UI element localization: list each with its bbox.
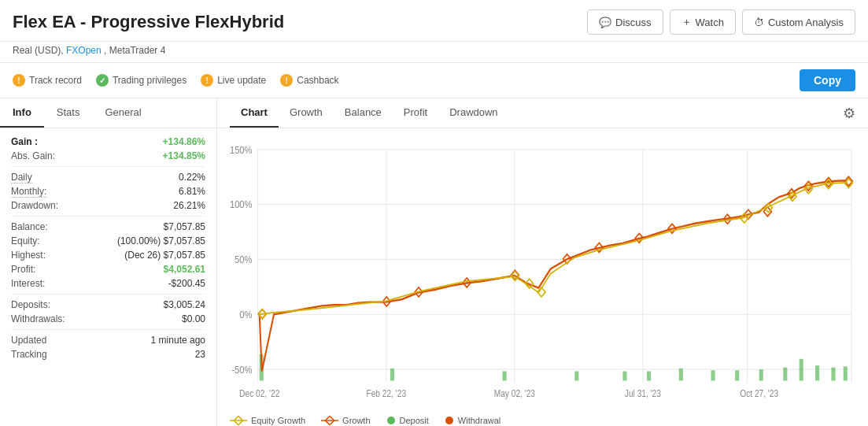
watch-button[interactable]: ＋ Watch <box>670 9 736 35</box>
row-drawdown: Drawdown: 26.21% <box>11 200 205 211</box>
chart-tab-growth[interactable]: Growth <box>279 98 334 128</box>
row-deposits: Deposits: $3,005.24 <box>11 299 205 310</box>
deposit-label: Deposit <box>400 416 429 425</box>
tracking-label: Tracking <box>11 349 47 360</box>
svg-rect-23 <box>679 369 683 381</box>
equity-growth-label: Equity Growth <box>251 416 305 425</box>
interest-label: Interest: <box>11 278 45 289</box>
growth-legend-icon <box>321 416 338 425</box>
gain-label: Gain : <box>11 136 38 147</box>
monthly-label: Monthly: <box>11 186 46 197</box>
deposits-value: $3,005.24 <box>164 299 205 310</box>
row-interest: Interest: -$200.45 <box>11 278 205 289</box>
svg-rect-26 <box>759 369 763 380</box>
chart-tab-balance[interactable]: Balance <box>334 98 393 128</box>
abs-gain-label: Abs. Gain: <box>11 150 55 161</box>
badge-trading-privileges: ✓ Trading privileges <box>96 74 187 87</box>
withdrawal-label: Withdrawal <box>458 416 500 425</box>
copy-button-wrapper: Copy <box>800 69 855 91</box>
growth-label: Growth <box>342 416 370 425</box>
highest-label: Highest: <box>11 250 46 261</box>
deposit-legend-icon <box>386 416 396 425</box>
divider-3 <box>11 294 205 294</box>
profit-value: $4,052.61 <box>164 264 205 275</box>
discuss-button[interactable]: 💬 Discuss <box>587 9 663 35</box>
badge-cashback: ! Cashback <box>280 74 338 87</box>
left-tabs: Info Stats General <box>0 98 216 128</box>
highest-value: (Dec 26) $7,057.85 <box>124 250 205 261</box>
row-abs-gain: Abs. Gain: +134.85% <box>11 150 205 161</box>
badge-track-record: ! Track record <box>13 74 82 87</box>
updated-value: 1 minute ago <box>151 335 205 346</box>
balance-label: Balance: <box>11 221 48 232</box>
svg-text:-50%: -50% <box>231 364 252 376</box>
chart-tab-chart[interactable]: Chart <box>230 98 279 128</box>
svg-rect-20 <box>574 371 578 380</box>
legend-deposit: Deposit <box>386 416 429 425</box>
main-content: Info Stats General Gain : +134.86% Abs. … <box>0 98 868 426</box>
badge-cashback-label: Cashback <box>297 75 338 86</box>
page-title: Flex EA - Progressive FlexHybrid <box>13 12 284 32</box>
divider-2 <box>11 216 205 217</box>
daily-value: 0.22% <box>179 172 205 183</box>
equity-label: Equity: <box>11 235 40 246</box>
abs-gain-value: +134.85% <box>163 150 205 161</box>
row-monthly: Monthly: 6.81% <box>11 186 205 197</box>
gain-value: +134.86% <box>163 136 205 147</box>
svg-rect-18 <box>390 369 394 381</box>
chart-area: 150% 100% 50% 0% -50% <box>217 128 868 411</box>
svg-rect-28 <box>800 359 803 381</box>
monthly-value: 6.81% <box>179 186 205 197</box>
chart-tabs: Chart Growth Balance Profit Drawdown ⚙ <box>217 98 868 128</box>
interest-value: -$200.45 <box>168 278 205 289</box>
legend-growth: Growth <box>321 416 370 425</box>
svg-text:Jul 31, '23: Jul 31, '23 <box>625 388 661 398</box>
chart-tab-drawdown[interactable]: Drawdown <box>438 98 508 128</box>
equity-value: (100.00%) $7,057.85 <box>117 235 205 246</box>
row-updated: Updated 1 minute ago <box>11 335 205 346</box>
badge-track-label: Track record <box>29 75 82 86</box>
row-balance: Balance: $7,057.85 <box>11 221 205 232</box>
svg-rect-19 <box>503 371 507 380</box>
legend-withdrawal: Withdrawal <box>445 416 500 425</box>
svg-text:50%: 50% <box>235 254 253 265</box>
drawdown-value: 26.21% <box>173 200 205 211</box>
balance-value: $7,057.85 <box>164 221 205 232</box>
tab-general[interactable]: General <box>92 98 153 128</box>
copy-button[interactable]: Copy <box>800 69 855 91</box>
svg-text:Dec 02, '22: Dec 02, '22 <box>239 388 279 398</box>
svg-rect-25 <box>735 370 739 380</box>
tab-info[interactable]: Info <box>0 98 44 128</box>
row-tracking: Tracking 23 <box>11 349 205 360</box>
svg-text:100%: 100% <box>230 199 253 211</box>
row-gain: Gain : +134.86% <box>11 136 205 147</box>
clock-icon: ⏱ <box>754 17 764 28</box>
badges-row: ! Track record ✓ Trading privileges ! Li… <box>0 63 868 98</box>
badge-trading-label: Trading privileges <box>113 75 187 86</box>
badge-live-label: Live update <box>217 75 266 86</box>
custom-analysis-button[interactable]: ⏱ Custom Analysis <box>742 9 855 35</box>
svg-rect-29 <box>815 365 819 380</box>
tab-stats[interactable]: Stats <box>44 98 93 128</box>
chart-tab-profit[interactable]: Profit <box>393 98 438 128</box>
row-equity: Equity: (100.00%) $7,057.85 <box>11 235 205 246</box>
svg-point-67 <box>387 417 395 424</box>
chart-settings-icon[interactable]: ⚙ <box>843 105 855 122</box>
page-header: Flex EA - Progressive FlexHybrid 💬 Discu… <box>0 0 868 42</box>
right-panel: Chart Growth Balance Profit Drawdown ⚙ 1… <box>217 98 868 426</box>
left-panel: Info Stats General Gain : +134.86% Abs. … <box>0 98 217 426</box>
warn-icon-track: ! <box>13 74 25 87</box>
svg-text:Oct 27, '23: Oct 27, '23 <box>740 388 778 398</box>
legend-equity-growth: Equity Growth <box>230 416 305 425</box>
daily-label: Daily <box>11 172 32 183</box>
ok-icon-trading: ✓ <box>96 74 109 87</box>
withdrawals-label: Withdrawals: <box>11 313 65 324</box>
broker-link[interactable]: FXOpen <box>66 45 102 56</box>
warn-icon-live: ! <box>201 74 213 87</box>
plus-icon: ＋ <box>681 15 692 29</box>
svg-text:150%: 150% <box>230 144 253 156</box>
growth-chart: 150% 100% 50% 0% -50% <box>230 136 855 411</box>
tracking-value: 23 <box>195 349 205 360</box>
row-highest: Highest: (Dec 26) $7,057.85 <box>11 250 205 261</box>
svg-rect-22 <box>647 371 651 380</box>
